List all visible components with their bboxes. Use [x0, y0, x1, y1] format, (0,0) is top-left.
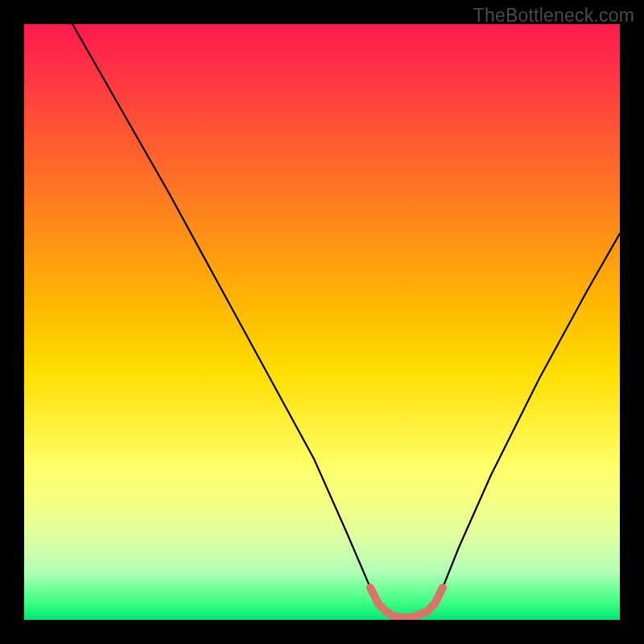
bottleneck-curve — [72, 24, 620, 617]
watermark-text: TheBottleneck.com — [473, 5, 634, 27]
plot-area — [24, 24, 620, 620]
chart-frame: TheBottleneck.com — [0, 0, 644, 644]
valley-highlight — [370, 588, 443, 617]
curve-svg — [24, 24, 620, 620]
